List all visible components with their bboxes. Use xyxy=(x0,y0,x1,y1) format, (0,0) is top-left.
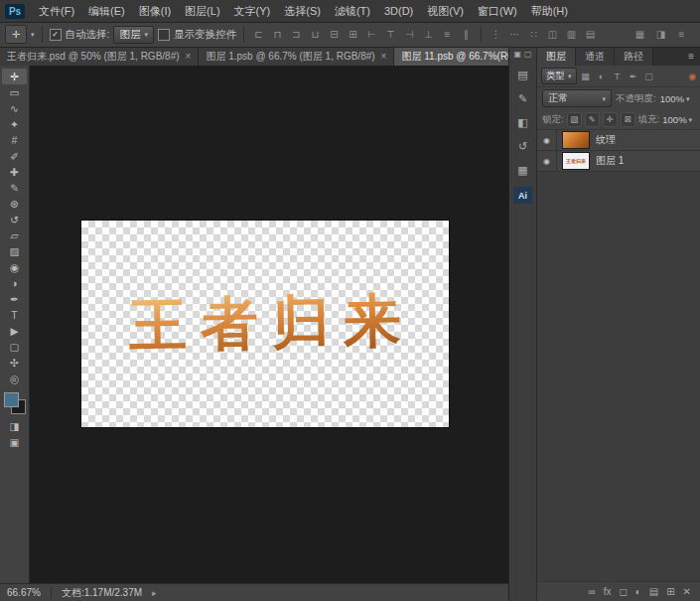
filter-shape-layers-icon[interactable]: ✒ xyxy=(627,70,640,83)
lasso-tool[interactable]: ∿ xyxy=(2,100,27,116)
align-top-edges-icon[interactable]: ⊔ xyxy=(308,27,323,42)
adjustments-panel-icon[interactable]: ◧ xyxy=(513,115,532,130)
visibility-eye-icon[interactable]: ◉ xyxy=(537,130,557,150)
layer-row-layer-1[interactable]: ◉ 王者归来 图层 1 xyxy=(537,151,700,172)
align-left-edges-icon[interactable]: ⊏ xyxy=(251,27,266,42)
menu-select[interactable]: 选择(S) xyxy=(277,0,328,22)
layer-style-icon[interactable]: fx xyxy=(604,587,612,597)
close-icon[interactable]: × xyxy=(381,51,387,62)
menu-edit[interactable]: 编辑(E) xyxy=(81,0,132,22)
3d-roll-icon[interactable]: ▥ xyxy=(564,27,579,42)
swatches-panel-icon[interactable]: ▦ xyxy=(513,163,532,178)
align-distribute-icon[interactable]: ∷ xyxy=(526,27,541,42)
workspace-icon[interactable]: ◨ xyxy=(653,27,668,42)
layer-row-texture[interactable]: ◉ 纹理 xyxy=(537,130,700,151)
app-menu-icon[interactable]: ≡ xyxy=(674,27,689,42)
dock-mini-icon[interactable]: ▢ xyxy=(524,50,532,59)
distribute-bottom-icon[interactable]: ⊣ xyxy=(402,27,417,42)
fill-field[interactable]: 100% ▾ xyxy=(662,114,692,125)
crop-tool[interactable]: # xyxy=(2,132,27,148)
align-h-centers-icon[interactable]: ⊓ xyxy=(270,27,285,42)
canvas-area[interactable]: 王者归来 xyxy=(30,66,509,584)
lock-position-icon[interactable]: ✛ xyxy=(603,112,618,127)
blur-tool[interactable]: ◉ xyxy=(2,259,27,275)
tab-layers[interactable]: 图层 xyxy=(537,47,576,66)
distribute-left-icon[interactable]: ⊥ xyxy=(421,27,436,42)
align-v-centers-icon[interactable]: ⊟ xyxy=(327,27,342,42)
auto-select-checkbox[interactable]: ✓ xyxy=(50,29,62,41)
menu-3d[interactable]: 3D(D) xyxy=(377,0,420,22)
distribute-top-icon[interactable]: ⊢ xyxy=(364,27,379,42)
filter-smart-objects-icon[interactable]: ▢ xyxy=(642,70,656,83)
add-layer-mask-icon[interactable]: ◻ xyxy=(619,587,627,597)
path-selection-tool[interactable]: ▶ xyxy=(2,323,27,339)
align-bottom-edges-icon[interactable]: ⊞ xyxy=(346,27,360,42)
menu-layer[interactable]: 图层(L) xyxy=(178,0,226,22)
filter-kind-dropdown[interactable]: 类型 ▾ xyxy=(541,68,577,84)
visibility-eye-icon[interactable]: ◉ xyxy=(537,151,557,171)
brush-tool[interactable]: ✎ xyxy=(2,180,27,196)
distribute-right-icon[interactable]: ∥ xyxy=(459,27,474,42)
tab-paths[interactable]: 路径 xyxy=(615,47,653,66)
filter-pixel-layers-icon[interactable]: ▦ xyxy=(579,70,593,83)
lock-image-icon[interactable]: ✎ xyxy=(585,112,600,127)
blend-mode-dropdown[interactable]: 正常 ▾ xyxy=(542,89,612,107)
new-group-icon[interactable]: ▤ xyxy=(649,587,658,597)
history-brush-tool[interactable]: ↺ xyxy=(2,212,27,227)
gradient-tool[interactable]: ▨ xyxy=(2,243,27,259)
ai-panel-icon[interactable]: Ai xyxy=(513,187,532,204)
panel-grid-icon[interactable]: ▦ xyxy=(632,27,647,42)
opacity-field[interactable]: 100% ▾ xyxy=(660,93,690,104)
quick-selection-tool[interactable]: ✦ xyxy=(2,116,27,132)
new-layer-icon[interactable]: ⊞ xyxy=(666,587,674,597)
brush-panel-icon[interactable]: ✎ xyxy=(513,91,532,106)
status-options-arrow-icon[interactable]: ▸ xyxy=(152,588,157,598)
eyedropper-tool[interactable]: ✐ xyxy=(2,148,27,164)
horizontal-type-tool[interactable]: T xyxy=(2,307,27,323)
menu-window[interactable]: 窗口(W) xyxy=(471,0,524,22)
menu-file[interactable]: 文件(F) xyxy=(32,0,81,22)
distribute-h-centers-icon[interactable]: ≡ xyxy=(440,27,455,42)
distribute-spacing-v-icon[interactable]: ⋮ xyxy=(489,27,503,42)
filter-toggle-icon[interactable]: ◉ xyxy=(688,72,696,81)
auto-select-target-dropdown[interactable]: 图层 ▾ xyxy=(113,26,154,44)
document-tab-1[interactable]: 王者归来.psd @ 50% (图层 1, RGB/8#) × xyxy=(0,47,199,66)
filter-adjustment-layers-icon[interactable]: ◐ xyxy=(595,70,609,83)
eraser-tool[interactable]: ▱ xyxy=(2,227,27,243)
distribute-v-centers-icon[interactable]: ⊤ xyxy=(383,27,398,42)
lock-all-icon[interactable]: ⊠ xyxy=(621,112,635,127)
screen-mode-button[interactable]: ▣ xyxy=(2,434,27,450)
zoom-tool[interactable]: ◎ xyxy=(2,371,27,386)
rectangle-tool[interactable]: ▢ xyxy=(2,339,27,355)
lock-transparent-icon[interactable]: ▨ xyxy=(567,112,582,127)
move-tool[interactable]: ✛ xyxy=(2,69,27,84)
move-tool-preset-icon[interactable]: ✛ xyxy=(5,25,27,44)
link-layers-icon[interactable]: ∞ xyxy=(588,587,595,597)
quick-mask-button[interactable]: ◨ xyxy=(2,418,27,434)
spot-healing-brush-tool[interactable]: ✚ xyxy=(2,164,27,180)
dodge-tool[interactable]: ◑ xyxy=(2,275,27,291)
history-panel-icon[interactable]: ↺ xyxy=(513,139,532,154)
tab-channels[interactable]: 通道 xyxy=(576,47,615,66)
menu-filter[interactable]: 滤镜(T) xyxy=(328,0,377,22)
rectangular-marquee-tool[interactable]: ▭ xyxy=(2,84,27,100)
adjustment-layer-icon[interactable]: ◐ xyxy=(635,587,641,597)
distribute-spacing-h-icon[interactable]: ⋯ xyxy=(507,27,522,42)
menu-view[interactable]: 视图(V) xyxy=(420,0,471,22)
close-icon[interactable]: × xyxy=(186,51,192,62)
menu-type[interactable]: 文字(Y) xyxy=(227,0,278,22)
clone-stamp-tool[interactable]: ⊛ xyxy=(2,196,27,212)
menu-image[interactable]: 图像(I) xyxy=(132,0,178,22)
dock-mini-icon[interactable]: ▣ xyxy=(513,50,521,59)
delete-layer-icon[interactable]: ✕ xyxy=(683,587,691,597)
show-transform-checkbox[interactable] xyxy=(158,29,170,41)
zoom-level-field[interactable]: 66.67% xyxy=(7,587,41,598)
layer-thumbnail[interactable]: 王者归来 xyxy=(562,152,590,170)
panel-menu-icon[interactable]: ≡ xyxy=(682,47,700,66)
hand-tool[interactable]: ✣ xyxy=(2,355,27,371)
foreground-color-swatch[interactable] xyxy=(4,392,19,407)
menu-help[interactable]: 帮助(H) xyxy=(524,0,575,22)
3d-rotate-icon[interactable]: ◫ xyxy=(545,27,560,42)
pen-tool[interactable]: ✒ xyxy=(2,291,27,307)
align-right-edges-icon[interactable]: ⊐ xyxy=(289,27,304,42)
